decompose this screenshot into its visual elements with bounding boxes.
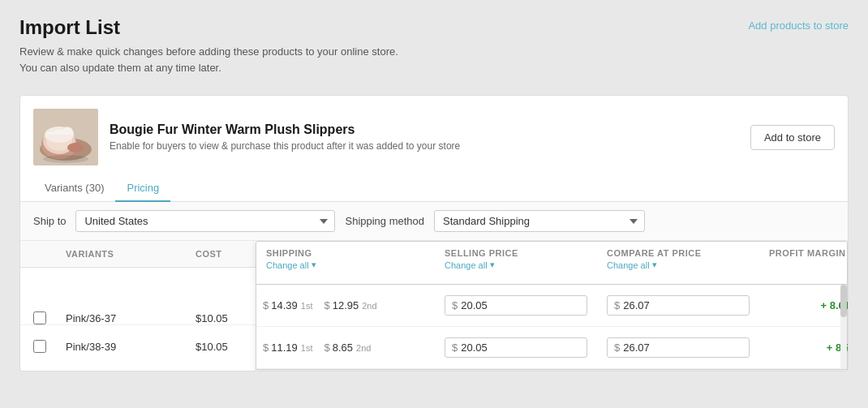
- selling-price-input-2[interactable]: $: [445, 337, 587, 358]
- product-card: Bougie Fur Winter Warm Plush Slippers En…: [19, 95, 849, 371]
- shipping-1st-1: 14.39: [271, 299, 298, 311]
- row-checkbox-1[interactable]: [33, 311, 46, 324]
- compare-price-input-1[interactable]: $: [607, 295, 750, 316]
- compare-price-field-2[interactable]: [623, 341, 672, 354]
- product-card-left: Bougie Fur Winter Warm Plush Slippers En…: [33, 109, 460, 165]
- tab-pricing[interactable]: Pricing: [115, 175, 170, 202]
- profit-margin-2: + 8.7: [759, 341, 848, 354]
- row-variant-2: Pink/38-39: [59, 341, 189, 353]
- shipping-method-select[interactable]: Standard Shipping: [434, 210, 645, 232]
- change-all-shipping[interactable]: Change all ▾: [266, 258, 425, 275]
- row-checkbox-2[interactable]: [33, 340, 46, 353]
- shipping-method-label: Shipping method: [345, 215, 424, 227]
- shipping-fields-2: $ 11.19 1st $ 8.65 2nd: [256, 341, 435, 354]
- overlay-col-shipping: SHIPPING Change all ▾: [256, 242, 435, 284]
- compare-price-input-2[interactable]: $: [607, 337, 750, 358]
- th-variants: VARIANTS: [59, 241, 189, 267]
- ship-to-label: Ship to: [33, 215, 66, 227]
- chevron-down-icon-3: ▾: [652, 260, 657, 270]
- overlay-col-selling: SELLING PRICE Change all ▾: [435, 242, 597, 284]
- th-checkbox: [33, 241, 59, 267]
- selling-price-input-1[interactable]: $: [445, 295, 587, 316]
- selling-price-header: SELLING PRICE: [445, 248, 587, 258]
- shipping-2nd-1: 12.95: [333, 299, 359, 311]
- row-variant-1: Pink/36-37: [59, 312, 189, 324]
- 2nd-label-2: 2nd: [356, 343, 371, 353]
- product-title: Bougie Fur Winter Warm Plush Slippers: [110, 122, 460, 137]
- 2nd-label-1: 2nd: [362, 301, 376, 311]
- overlay-row-2: $ 11.19 1st $ 8.65 2nd $: [256, 327, 847, 369]
- ship-to-select[interactable]: United States: [75, 210, 335, 232]
- svg-point-6: [67, 143, 84, 152]
- pricing-table: VARIANTS COST SHIPPING Change all ▾ SELL…: [20, 241, 848, 371]
- chevron-down-icon-2: ▾: [490, 260, 495, 270]
- tabs-row: Variants (30) Pricing: [20, 175, 848, 202]
- profit-margin-1: + 8.61: [759, 299, 848, 311]
- shipping-2nd-2: 8.65: [333, 341, 353, 354]
- shipping-fields-1: $ 14.39 1st $ 12.95 2nd: [256, 299, 435, 311]
- page-title: Import List: [19, 16, 409, 39]
- scrollbar-thumb[interactable]: [840, 285, 847, 317]
- shipping-1st-2: 11.19: [271, 341, 298, 354]
- svg-point-7: [43, 155, 88, 163]
- overlay-rows: $ 14.39 1st $ 12.95 2nd $: [256, 285, 848, 370]
- overlay-headers: SHIPPING Change all ▾ SELLING PRICE Chan…: [256, 241, 848, 285]
- 1st-label-1: 1st: [301, 301, 313, 311]
- profit-margin-header: PROFIT MARGIN: [769, 248, 847, 258]
- tab-variants[interactable]: Variants (30): [33, 175, 115, 202]
- compare-price-header: COMPARE AT PRICE: [607, 248, 750, 258]
- overlay-col-compare: COMPARE AT PRICE Change all ▾: [597, 242, 759, 284]
- product-info: Bougie Fur Winter Warm Plush Slippers En…: [110, 122, 460, 152]
- compare-price-field-1[interactable]: [623, 299, 672, 311]
- change-all-selling[interactable]: Change all ▾: [445, 258, 587, 275]
- add-products-link[interactable]: Add products to store: [748, 19, 849, 32]
- selling-price-field-1[interactable]: [461, 299, 509, 311]
- filter-row: Ship to United States Shipping method St…: [20, 202, 848, 241]
- overlay-col-profit: PROFIT MARGIN: [759, 242, 848, 284]
- change-all-compare[interactable]: Change all ▾: [607, 258, 750, 275]
- add-to-store-button[interactable]: Add to store: [750, 125, 835, 150]
- chevron-down-icon: ▾: [312, 260, 316, 270]
- scrollbar-track[interactable]: [840, 285, 847, 369]
- page-subtitle: Review & make quick changes before addin…: [19, 44, 409, 75]
- 1st-label-2: 1st: [301, 343, 313, 353]
- product-card-header: Bougie Fur Winter Warm Plush Slippers En…: [20, 96, 848, 175]
- shipping-header: SHIPPING: [266, 248, 425, 258]
- overlay-row-1: $ 14.39 1st $ 12.95 2nd $: [256, 285, 847, 327]
- selling-price-field-2[interactable]: [461, 341, 509, 354]
- product-image: [33, 109, 98, 165]
- product-subtitle: Enable for buyers to view & purchase thi…: [110, 140, 460, 152]
